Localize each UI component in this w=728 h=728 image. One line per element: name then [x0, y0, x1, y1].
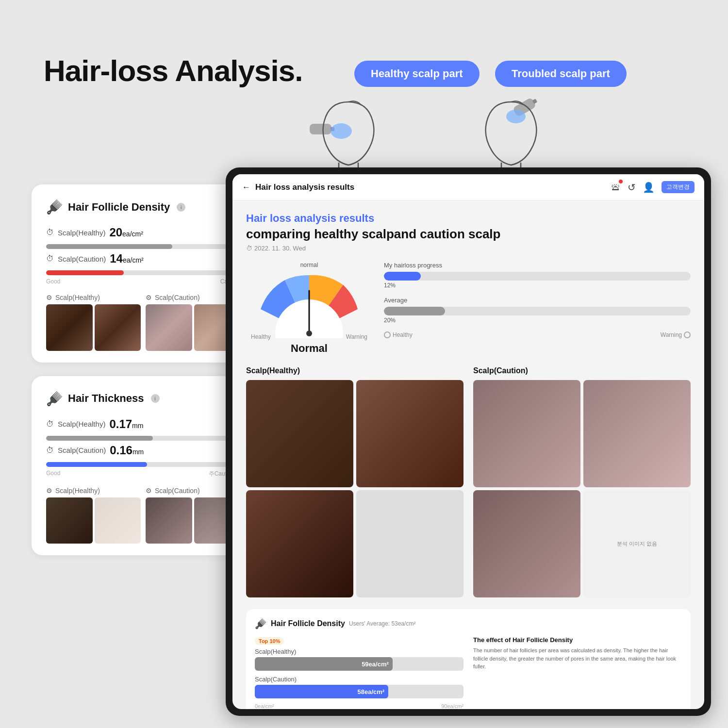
density-section-title: Hair Follicle Density — [271, 619, 345, 628]
top10-badge: Top 10% — [255, 637, 284, 645]
scalp-healthy-title: Scalp(Healthy) — [246, 366, 463, 375]
my-progress-fill — [384, 272, 421, 281]
healthy-img-2 — [95, 304, 141, 351]
scalp-section-row: Scalp(Healthy) Scalp(Caution) — [246, 366, 691, 597]
healthy-img-grid-2 — [46, 497, 141, 544]
card2-title: Hair Thickness — [68, 392, 144, 405]
topbar-title: Hair loss analysis results — [255, 182, 354, 192]
card2-title-group: 🪮 Hair Thickness i — [46, 391, 160, 407]
caution-label: Scalp(Caution) — [58, 255, 106, 263]
scalp-images-row-2: ⚙ Scalp(Healthy) ⚙ Scalp(Caution) — [46, 487, 240, 544]
bar-good-label-2: Good — [46, 470, 60, 478]
clock-icon-4: ⏱ — [46, 446, 54, 455]
svg-rect-0 — [310, 124, 331, 134]
scalp-caution-title: Scalp(Caution) — [473, 366, 691, 375]
density-text: The effect of Hair Follicle Density The … — [473, 636, 682, 709]
hair-thickness-card: 🪮 Hair Thickness i ∨ ⏱ Scalp(Healthy) 0.… — [32, 376, 255, 556]
caution-bar-fill — [46, 270, 124, 275]
avg-progress-track — [384, 307, 691, 315]
clock-icon-1: ⏱ — [46, 228, 54, 237]
density-caution-bar-fill: 58ea/cm² — [255, 685, 388, 698]
tablet-screen: ← Hair loss analysis results 🛎 ↺ 👤 고객변경 … — [232, 174, 704, 709]
healthy-head-icon — [305, 87, 392, 175]
scalp-caution-cell-1 — [473, 380, 580, 487]
my-progress-track — [384, 272, 691, 281]
my-progress-pct: 12% — [384, 282, 691, 289]
warning-circle-icon — [684, 331, 691, 338]
topbar-left: ← Hair loss analysis results — [242, 182, 354, 192]
progress-section: My hairloss progress 12% Average 20% — [384, 262, 691, 338]
gauge-reading: Normal — [246, 342, 372, 355]
scalp-caution-section: Scalp(Caution) 분석 이미지 없음 — [473, 366, 691, 597]
density-users-avg: Users' Average: 53ea/cm² — [349, 620, 415, 627]
density-healthy-bar-track: 59ea/cm² — [255, 657, 463, 671]
scalp-caution-cell-2 — [583, 380, 691, 487]
density-healthy-bar-fill: 59ea/cm² — [255, 657, 393, 671]
back-arrow-icon[interactable]: ← — [242, 182, 250, 192]
tablet-topbar: ← Hair loss analysis results 🛎 ↺ 👤 고객변경 — [232, 174, 704, 200]
healthy-label: Scalp(Healthy) — [58, 229, 105, 237]
caution-img-3 — [146, 497, 192, 544]
density-caution-bar-row: Scalp(Caution) 58ea/cm² — [255, 676, 463, 698]
card2-header: 🪮 Hair Thickness i ∨ — [46, 391, 240, 407]
card2-info-icon: i — [151, 394, 160, 403]
scalp-healthy-cell-1 — [246, 380, 353, 487]
caution-metric-row: ⏱ Scalp(Caution) 14ea/cm² — [46, 252, 240, 265]
caution-bar-fill-2 — [46, 462, 147, 467]
healthy-col-2: ⚙ Scalp(Healthy) — [46, 487, 141, 544]
healthy-bar-track — [46, 244, 240, 249]
bar-good-label: Good — [46, 278, 60, 285]
density-bar-ends: 0ea/cm² 90ea/cm² — [255, 703, 463, 709]
healthy-value-2: 0.17mm — [109, 417, 143, 431]
density-header: 🪮 Hair Follicle Density Users' Average: … — [255, 618, 682, 629]
result-title: Hair loss analysis results — [246, 212, 691, 225]
scalp-healthy-cell-2 — [356, 380, 463, 487]
clock-icon-date: ⏱ — [246, 245, 252, 252]
notification-icon[interactable]: 🛎 — [611, 182, 621, 193]
density-section-icon: 🪮 — [255, 618, 267, 629]
card1-header: 🪮 Hair Follicle Density i ∨ — [46, 199, 240, 215]
density-healthy-bar-label: Scalp(Healthy) — [255, 648, 463, 655]
scalp-images-row-1: ⚙ Scalp(Healthy) ⚙ Scalp(Caution) — [46, 294, 240, 351]
progress-ends: Healthy Warning — [384, 331, 691, 338]
healthy-col-1: ⚙ Scalp(Healthy) — [46, 294, 141, 351]
profile-icon[interactable]: 👤 — [643, 182, 655, 193]
svg-point-2 — [331, 123, 352, 139]
caution-label-2: Scalp(Caution) — [58, 446, 106, 454]
density-healthy-bar-row: Scalp(Healthy) 59ea/cm² — [255, 648, 463, 671]
density-bars: Top 10% Scalp(Healthy) 59ea/cm² Scalp(Ca… — [255, 636, 463, 709]
healthy-img-4 — [95, 497, 141, 544]
healthy-bar-fill — [46, 244, 172, 249]
card1-title-group: 🪮 Hair Follicle Density i — [46, 199, 185, 215]
goback-button[interactable]: 고객변경 — [662, 181, 695, 193]
tablet-device: ← Hair loss analysis results 🛎 ↺ 👤 고객변경 … — [226, 167, 711, 716]
refresh-icon[interactable]: ↺ — [628, 182, 636, 193]
caution-bar-track — [46, 270, 240, 275]
notification-badge — [619, 180, 623, 183]
caution-value-2: 0.16mm — [110, 444, 144, 457]
healthy-circle-icon — [384, 331, 391, 338]
density-bar-start: 0ea/cm² — [255, 703, 274, 709]
topbar-right: 🛎 ↺ 👤 고객변경 — [611, 181, 695, 193]
healthy-img-1 — [46, 304, 93, 351]
svg-point-5 — [506, 110, 526, 123]
card1-title: Hair Follicle Density — [68, 201, 170, 214]
tablet-content: Hair loss analysis results comparing hea… — [232, 200, 704, 709]
avg-progress-fill — [384, 307, 445, 315]
bar-labels-2: Good 주Caution의 — [46, 470, 240, 478]
scalp-healthy-grid — [246, 380, 463, 597]
my-progress-label: My hairloss progress — [384, 262, 691, 269]
no-image-label: 분석 이미지 없음 — [617, 540, 657, 547]
caution-img-1 — [146, 304, 192, 351]
scalp-caution-grid: 분석 이미지 없음 — [473, 380, 691, 597]
thickness-icon: 🪮 — [46, 391, 63, 407]
healthy-metric-row: ⏱ Scalp(Healthy) 20ea/cm² — [46, 226, 240, 239]
caution-metric-row-2: ⏱ Scalp(Caution) 0.16mm — [46, 444, 240, 457]
head-illustrations — [248, 83, 612, 180]
troubled-head-icon — [467, 87, 555, 175]
gauge-svg — [246, 270, 372, 338]
caution-bar-track-2 — [46, 462, 240, 467]
gauge-container: normal — [246, 262, 372, 355]
density-caution-bar-label: Scalp(Caution) — [255, 676, 463, 683]
caution-value: 14ea/cm² — [110, 252, 144, 265]
